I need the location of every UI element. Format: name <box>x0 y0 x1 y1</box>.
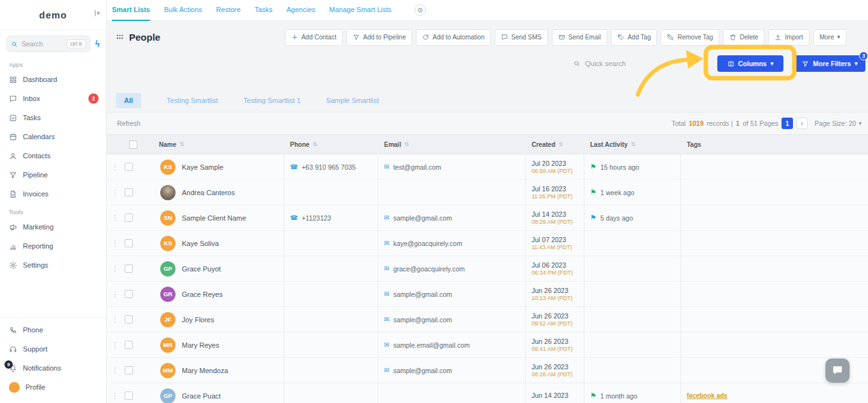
sidebar-item-tasks[interactable]: Tasks <box>0 108 106 127</box>
row-checkbox[interactable] <box>125 341 133 349</box>
sidebar-item-reporting[interactable]: Reporting <box>0 236 106 256</box>
contact-name[interactable]: Grace Reyes <box>182 290 223 298</box>
columns-button[interactable]: Columns ▾ <box>717 55 783 72</box>
settings-gear-button[interactable]: ⚙ <box>415 4 426 16</box>
contact-email[interactable]: sample@gmail.com <box>393 214 451 222</box>
logo[interactable]: demo <box>39 10 67 20</box>
tab-bulk-actions[interactable]: Bulk Actions <box>164 0 202 21</box>
table-row[interactable]: ⋮ KSKaye Sample ☎+63 910 965 7035 ✉test@… <box>107 154 868 180</box>
contact-email[interactable]: test@gmail.com <box>393 163 441 171</box>
drag-handle-icon[interactable]: ⋮ <box>107 358 123 383</box>
next-page-button[interactable]: › <box>796 118 808 129</box>
contact-phone[interactable]: +63 910 965 7035 <box>301 163 355 171</box>
contact-email[interactable]: sample@gmail.com <box>393 316 451 324</box>
contact-email[interactable]: sample.email@gmail.com <box>393 341 469 349</box>
table-row[interactable]: ⋮ Andrea Canteros Jul 16 202311:26 PM (P… <box>107 180 868 205</box>
column-header-phone[interactable]: Phone⇅ <box>284 135 378 154</box>
contact-phone[interactable]: +1123123 <box>301 214 331 222</box>
row-checkbox[interactable] <box>125 290 133 298</box>
drag-handle-icon[interactable]: ⋮ <box>107 205 123 230</box>
table-row[interactable]: ⋮ MRMary Reyes ✉sample.email@gmail.com J… <box>107 332 868 358</box>
sidebar-item-pipeline[interactable]: Pipeline <box>0 165 106 184</box>
row-checkbox[interactable] <box>125 315 133 324</box>
sidebar-item-settings[interactable]: Settings <box>0 256 106 275</box>
table-row[interactable]: ⋮ KSKaye Soliva ✉kaye@goacquirely.com Ju… <box>107 231 868 256</box>
drag-handle-icon[interactable]: ⋮ <box>107 154 123 179</box>
contact-name[interactable]: Joy Flores <box>182 316 214 324</box>
contact-name[interactable]: Andrea Canteros <box>182 189 235 196</box>
chat-widget-button[interactable] <box>825 359 850 383</box>
sort-icon[interactable]: ⇅ <box>179 141 184 147</box>
drag-handle-icon[interactable]: ⋮ <box>107 231 123 256</box>
column-header-email[interactable]: Email⇅ <box>378 135 526 154</box>
page-button-1[interactable]: 1 <box>782 118 793 129</box>
send-email-button[interactable]: Send Email <box>552 29 607 46</box>
column-header-tags[interactable]: Tags <box>681 135 868 154</box>
smartlist-tab-all[interactable]: All <box>116 93 141 108</box>
table-row[interactable]: ⋮ SNSample Client Name ☎+1123123 ✉sample… <box>107 205 868 231</box>
contact-email[interactable]: grace@goacquirely.com <box>393 265 465 273</box>
remove-tag-button[interactable]: Remove Tag <box>661 29 719 46</box>
contact-name[interactable]: Kaye Sample <box>182 163 223 171</box>
page-size-select[interactable]: Page Size: 20 ▾ <box>815 120 862 127</box>
add-to-pipeline-button[interactable]: Add to Pipeline <box>347 29 412 46</box>
table-row[interactable]: ⋮ GPGrace Puyot ✉grace@goacquirely.com J… <box>107 256 868 282</box>
sidebar-item-dashboard[interactable]: Dashboard <box>0 70 106 89</box>
sidebar-item-notifications[interactable]: 9 Notifications <box>0 359 106 378</box>
contact-email[interactable]: kaye@goacquirely.com <box>393 240 462 247</box>
delete-button[interactable]: Delete <box>723 29 764 46</box>
contact-email[interactable]: sample@gmail.com <box>393 290 451 298</box>
drag-handle-icon[interactable]: ⋮ <box>107 256 123 281</box>
quick-search-input[interactable] <box>585 60 693 67</box>
drag-handle-icon[interactable]: ⋮ <box>107 383 123 403</box>
select-all-checkbox[interactable] <box>129 140 137 149</box>
refresh-button[interactable]: Refresh <box>117 120 141 127</box>
more-button[interactable]: More ▾ <box>813 29 846 46</box>
sidebar-item-support[interactable]: Support <box>0 339 106 359</box>
contact-name[interactable]: Sample Client Name <box>182 214 246 222</box>
row-checkbox[interactable] <box>125 163 133 171</box>
search-input[interactable]: Search ctrl K <box>6 36 90 52</box>
tag-link[interactable]: facebook ads <box>687 392 727 399</box>
tab-smart-lists[interactable]: Smart Lists <box>112 0 150 21</box>
tab-tasks[interactable]: Tasks <box>254 0 272 21</box>
sort-icon[interactable]: ⇅ <box>404 141 410 147</box>
contact-name[interactable]: Mary Reyes <box>182 341 219 349</box>
table-row[interactable]: ⋮ JFJoy Flores ✉sample@gmail.com Jun 26 … <box>107 307 868 332</box>
row-checkbox[interactable] <box>125 188 133 196</box>
sort-icon[interactable]: ⇅ <box>558 141 563 147</box>
column-header-name[interactable]: Name⇅ <box>148 135 284 154</box>
table-row[interactable]: ⋮ GRGrace Reyes ✉sample@gmail.com Jun 26… <box>107 282 868 307</box>
import-button[interactable]: Import <box>768 29 809 46</box>
row-checkbox[interactable] <box>125 392 133 400</box>
sidebar-item-marketing[interactable]: Marketing <box>0 217 106 236</box>
row-checkbox[interactable] <box>125 264 133 273</box>
add-to-automation-button[interactable]: Add to Automation <box>416 29 491 46</box>
drag-handle-icon[interactable]: ⋮ <box>107 307 123 332</box>
sort-icon[interactable]: ⇅ <box>631 141 636 147</box>
smartlist-tab-sample-smartlist[interactable]: Sample Smartlist <box>326 97 379 104</box>
contact-name[interactable]: Kaye Soliva <box>182 240 219 247</box>
quick-search[interactable] <box>569 55 706 72</box>
sidebar-item-phone[interactable]: Phone <box>0 320 106 339</box>
tab-agencies[interactable]: Agencies <box>287 0 315 21</box>
contact-email[interactable]: sample@gmail.com <box>393 367 451 374</box>
tab-restore[interactable]: Restore <box>216 0 241 21</box>
contact-name[interactable]: Mary Mendoza <box>182 367 228 374</box>
drag-handle-icon[interactable]: ⋮ <box>107 332 123 357</box>
sidebar-item-calendars[interactable]: Calendars <box>0 127 106 146</box>
column-header-last-activity[interactable]: Last Activity⇅ <box>584 135 681 154</box>
collapse-sidebar-icon[interactable] <box>93 9 101 17</box>
table-row[interactable]: ⋮ MMMary Mendoza ✉sample@gmail.com Jun 2… <box>107 358 868 383</box>
more-filters-button[interactable]: More Filters ▾ 3 <box>794 55 865 72</box>
sidebar-item-invoices[interactable]: Invoices <box>0 184 106 203</box>
drag-handle-icon[interactable]: ⋮ <box>107 180 123 205</box>
table-row[interactable]: ⋮ GPGrace Puact Jun 14 2023 ⚑1 month ago… <box>107 383 868 403</box>
sidebar-item-inbox[interactable]: Inbox 2 <box>0 89 106 108</box>
sidebar-item-contacts[interactable]: Contacts <box>0 146 106 165</box>
send-sms-button[interactable]: Send SMS <box>495 29 548 46</box>
row-checkbox[interactable] <box>125 366 133 374</box>
quick-actions-bolt-icon[interactable]: ϟ <box>95 39 100 48</box>
tab-manage-smart-lists[interactable]: Manage Smart Lists <box>329 0 392 21</box>
contact-name[interactable]: Grace Puact <box>182 392 221 400</box>
